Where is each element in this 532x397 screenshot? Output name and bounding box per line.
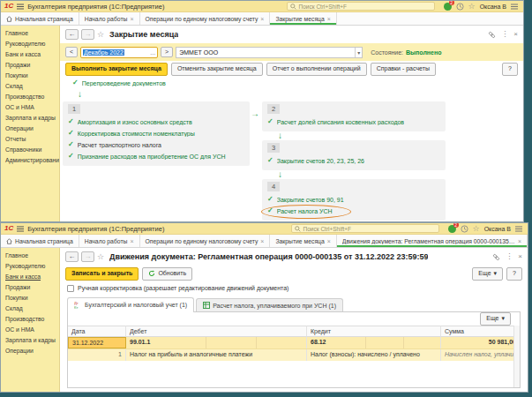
execute-month-closing-button[interactable]: Выполнить закрытие месяца bbox=[65, 63, 168, 75]
get-link-icon[interactable] bbox=[488, 31, 496, 39]
tools-menu-icon[interactable] bbox=[515, 226, 522, 232]
operation-link-usn-tax-calc[interactable]: Расчет налога УСН bbox=[277, 208, 333, 214]
table-row-detail[interactable]: 1 Налог на прибыль и аналогичные платежи… bbox=[68, 349, 520, 361]
period-picker-button[interactable]: ... bbox=[150, 49, 155, 56]
sidebar-item-glavnoe[interactable]: Главное bbox=[1, 250, 59, 260]
sidebar-item-prodazhi[interactable]: Продажи bbox=[1, 59, 59, 70]
operation-transport-tax[interactable]: Расчет транспортного налога bbox=[78, 142, 161, 148]
favorites-icon[interactable]: ☆ bbox=[473, 225, 480, 233]
sidebar-item-bank-kassa[interactable]: Банк и касса bbox=[1, 271, 59, 281]
sidebar-item-zarplata[interactable]: Зарплата и кадры bbox=[1, 334, 59, 345]
cell-debit-analytics[interactable]: Налог на прибыль и аналогичные платежи bbox=[126, 349, 307, 361]
table-row-main[interactable]: 31.12.2022 99.01.1 68.12 50 981,00 bbox=[68, 337, 520, 349]
global-search-input[interactable]: Поиск Ctrl+Shift+F bbox=[291, 224, 439, 233]
sidebar-item-operacii[interactable]: Операции bbox=[1, 345, 59, 356]
cancel-month-closing-button[interactable]: Отменить закрытие месяца bbox=[171, 63, 263, 75]
back-button[interactable]: ← bbox=[65, 29, 79, 40]
close-tab-icon[interactable]: × bbox=[130, 238, 133, 244]
tab-home[interactable]: Начальная страница bbox=[1, 12, 79, 25]
operation-link-close-accounts-20[interactable]: Закрытие счетов 20, 23, 25, 26 bbox=[277, 158, 364, 164]
history-icon[interactable] bbox=[461, 225, 468, 233]
close-tab-icon[interactable]: × bbox=[327, 238, 331, 244]
favorite-page-icon[interactable]: ☆ bbox=[97, 253, 104, 261]
sidebar-item-operacii[interactable]: Операции bbox=[1, 123, 59, 133]
close-tab-icon[interactable]: × bbox=[518, 238, 521, 244]
sidebar-item-pokupki[interactable]: Покупки bbox=[1, 70, 59, 80]
notifications-icon[interactable]: 2 bbox=[448, 225, 456, 233]
table-more-button[interactable]: Еще ▾ bbox=[480, 312, 511, 325]
previous-period-button[interactable]: < bbox=[65, 47, 78, 57]
column-header-credit[interactable]: Кредит bbox=[307, 326, 441, 337]
sidebar-item-prodazhi[interactable]: Продажи bbox=[1, 281, 59, 292]
tab-document-movements[interactable]: Движения документа: Регламентная операци… bbox=[337, 235, 528, 247]
forward-button[interactable]: → bbox=[81, 251, 94, 262]
cell-line-number[interactable]: 1 bbox=[68, 349, 126, 361]
sidebar-item-rukovoditelyu[interactable]: Руководителю bbox=[1, 38, 59, 49]
user-menu[interactable]: Оксана В bbox=[480, 4, 506, 10]
operations-report-button[interactable]: Отчет о выполнении операций bbox=[266, 63, 367, 75]
sidebar-item-glavnoe[interactable]: Главное bbox=[1, 27, 59, 38]
reposting-link[interactable]: Перепроведение документов bbox=[82, 80, 166, 86]
tools-menu-icon[interactable] bbox=[511, 4, 518, 10]
cell-date[interactable]: 31.12.2022 bbox=[68, 337, 126, 348]
column-header-sum[interactable]: Сумма bbox=[441, 326, 520, 337]
next-period-button[interactable]: > bbox=[161, 47, 173, 57]
user-menu[interactable]: Оксана В bbox=[484, 226, 511, 232]
history-icon[interactable] bbox=[456, 3, 464, 11]
more-actions-icon[interactable]: ⋮ bbox=[501, 31, 508, 38]
sidebar-item-rukovoditelyu[interactable]: Руководителю bbox=[1, 260, 59, 271]
operation-link-indirect-expenses[interactable]: Расчет долей списания косвенных расходов bbox=[277, 119, 404, 125]
favorites-icon[interactable]: ☆ bbox=[468, 3, 476, 11]
sidebar-item-os-nma[interactable]: ОС и НМА bbox=[1, 324, 59, 334]
tab-usn-tax-calc[interactable]: Расчет налога, уплачиваемого при УСН (1) bbox=[196, 298, 343, 311]
help-button[interactable]: ? bbox=[506, 267, 522, 280]
close-window-icon[interactable]: × bbox=[513, 31, 518, 38]
cell-amount[interactable]: 50 981,00 bbox=[441, 337, 520, 348]
tab-getting-started[interactable]: Начало работы × bbox=[79, 235, 140, 247]
sidebar-item-sklad[interactable]: Склад bbox=[1, 80, 59, 91]
period-input[interactable]: Декабрь 2022 ... bbox=[80, 47, 158, 58]
back-button[interactable]: ← bbox=[65, 251, 79, 262]
tab-single-tax-account[interactable]: Операции по единому налоговому счету × bbox=[140, 235, 271, 247]
sidebar-item-administrirovanie[interactable]: Администрирование bbox=[1, 154, 59, 165]
sidebar-item-proizvodstvo[interactable]: Производство bbox=[1, 91, 59, 101]
global-search-input[interactable]: Поиск Ctrl+Shift+F bbox=[287, 2, 435, 11]
close-tab-icon[interactable]: × bbox=[260, 16, 264, 22]
help-button[interactable]: ? bbox=[502, 63, 518, 75]
tab-single-tax-account[interactable]: Операции по единому налоговому счету × bbox=[140, 12, 271, 25]
main-menu-icon[interactable] bbox=[17, 226, 24, 232]
sidebar-item-bank-kassa[interactable]: Банк и касса bbox=[1, 49, 59, 59]
tab-month-closing[interactable]: Закрытие месяца × bbox=[270, 235, 336, 247]
get-link-icon[interactable] bbox=[492, 253, 500, 261]
column-header-date[interactable]: Дата bbox=[68, 326, 126, 337]
close-window-icon[interactable]: × bbox=[518, 253, 522, 260]
close-tab-icon[interactable]: × bbox=[130, 16, 133, 22]
main-menu-icon[interactable] bbox=[17, 4, 24, 10]
sidebar-item-os-nma[interactable]: ОС и НМА bbox=[1, 101, 59, 112]
organization-select[interactable]: ЭММЕТ ООО ▾ bbox=[176, 47, 363, 58]
notifications-icon[interactable]: 2 bbox=[444, 3, 452, 11]
cell-debit-account[interactable]: 99.01.1 bbox=[126, 337, 307, 348]
save-and-close-button[interactable]: Записать и закрыть bbox=[65, 267, 139, 280]
sidebar-item-proizvodstvo[interactable]: Производство bbox=[1, 313, 59, 324]
vertical-scrollbar[interactable] bbox=[513, 326, 520, 387]
sidebar-item-sklad[interactable]: Склад bbox=[1, 303, 59, 313]
operation-link-os-expenses-usn[interactable]: Признание расходов на приобретение ОС дл… bbox=[78, 154, 226, 160]
operation-link-cost-adjustment[interactable]: Корректировка стоимости номенклатуры bbox=[78, 131, 195, 137]
refresh-button[interactable]: Обновить bbox=[142, 267, 192, 280]
operation-link-close-accounts-90-91[interactable]: Закрытие счетов 90, 91 bbox=[277, 197, 344, 203]
column-header-debit[interactable]: Дебет bbox=[126, 326, 307, 337]
more-button[interactable]: Еще ▾ bbox=[472, 267, 503, 280]
cell-credit-analytics[interactable]: Налог (взносы): начислено / уплачено bbox=[307, 349, 441, 361]
close-tab-icon[interactable]: × bbox=[260, 238, 264, 244]
more-actions-icon[interactable]: ⋮ bbox=[506, 253, 513, 260]
tab-home[interactable]: Начальная страница bbox=[1, 235, 79, 247]
cell-credit-account[interactable]: 68.12 bbox=[307, 337, 441, 348]
sidebar-item-spravochniki[interactable]: Справочники bbox=[1, 144, 59, 154]
operation-link-depreciation[interactable]: Амортизация и износ основных средств bbox=[78, 119, 192, 125]
tab-accounting-tax[interactable]: ДтКт Бухгалтерский и налоговый учет (1) bbox=[67, 297, 194, 312]
sidebar-item-pokupki[interactable]: Покупки bbox=[1, 292, 59, 303]
manual-adjustment-checkbox[interactable] bbox=[67, 285, 74, 292]
references-calculations-button[interactable]: Справки - расчеты bbox=[371, 63, 436, 75]
tab-month-closing[interactable]: Закрытие месяца × bbox=[270, 12, 336, 25]
